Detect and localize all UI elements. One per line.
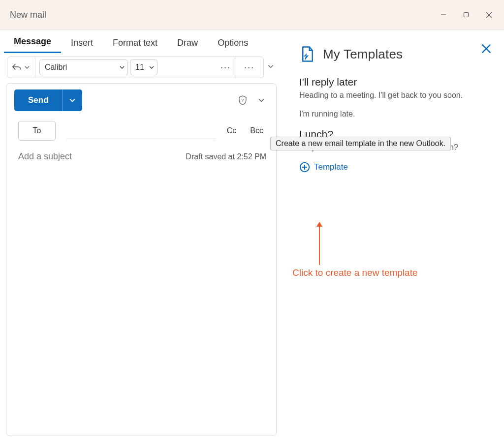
send-row: Send ? (6, 84, 276, 119)
font-family-select[interactable]: Calibri (39, 59, 128, 75)
templates-icon (299, 46, 316, 62)
templates-panel: My Templates I'll reply later Heading to… (283, 30, 504, 442)
send-button[interactable]: Send (14, 89, 63, 111)
tab-insert[interactable]: Insert (61, 33, 103, 53)
tab-message[interactable]: Message (4, 31, 61, 53)
ribbon-more-1[interactable]: ··· (220, 62, 231, 73)
to-input[interactable] (66, 122, 216, 139)
undo-icon (11, 62, 22, 73)
font-family-value: Calibri (45, 63, 67, 72)
ribbon-tabs: Message Insert Format text Draw Options (0, 30, 283, 54)
svg-text:?: ? (241, 98, 244, 103)
chevron-down-icon (258, 97, 264, 103)
tab-options[interactable]: Options (208, 33, 258, 53)
ribbon-toolbar: Calibri 11 ··· ··· (7, 57, 264, 78)
panel-close-button[interactable] (481, 44, 491, 55)
to-button[interactable]: To (18, 121, 56, 141)
panel-title: My Templates (323, 47, 403, 62)
maximize-button[interactable] (455, 3, 477, 26)
tab-format[interactable]: Format text (103, 33, 167, 53)
window-controls (432, 3, 500, 26)
ribbon-collapse[interactable] (264, 63, 278, 71)
undo-caret[interactable] (23, 65, 31, 70)
font-size-select[interactable]: 11 (130, 59, 158, 75)
chevron-down-icon (268, 63, 274, 69)
ribbon-toolbar-row: Calibri 11 ··· ··· (0, 54, 283, 83)
annotation-text: Click to create a new template (292, 267, 418, 278)
sensitivity-button[interactable]: ? (236, 95, 250, 105)
compose-more[interactable] (254, 97, 268, 103)
to-row: To Cc Bcc (6, 119, 276, 147)
draft-status: Draft saved at 2:52 PM (186, 152, 266, 161)
tab-draw[interactable]: Draw (167, 33, 208, 53)
send-split-button[interactable] (63, 89, 82, 111)
ribbon-more-segment: ··· (235, 57, 263, 78)
bcc-button[interactable]: Bcc (247, 124, 266, 137)
message-body[interactable] (6, 169, 276, 436)
chevron-down-icon (120, 65, 125, 70)
ribbon-more-2[interactable]: ··· (244, 62, 254, 73)
template-item[interactable]: I'll reply later Heading to a meeting. I… (299, 76, 494, 100)
template-title: I'll reply later (299, 76, 494, 88)
font-segment: Calibri 11 ··· (35, 57, 235, 78)
template-item[interactable]: I'm running late. (299, 110, 494, 118)
undo-segment (7, 57, 35, 78)
subject-input[interactable]: Add a subject (18, 151, 72, 162)
chevron-down-icon (149, 65, 154, 70)
compose-card: Send ? To Cc Bcc Ad (6, 83, 277, 436)
chevron-down-icon (69, 97, 75, 103)
window-title: New mail (10, 10, 46, 20)
app-body: Message Insert Format text Draw Options (0, 29, 504, 442)
add-template-button[interactable]: Template (299, 162, 494, 173)
add-template-label: Template (314, 162, 348, 172)
close-icon (481, 44, 491, 54)
undo-button[interactable] (11, 62, 22, 73)
cc-button[interactable]: Cc (224, 124, 240, 137)
compose-area: Message Insert Format text Draw Options (0, 30, 283, 442)
template-body: Heading to a meeting. I'll get back to y… (299, 91, 494, 100)
font-size-value: 11 (135, 63, 144, 72)
minimize-button[interactable] (432, 3, 455, 26)
panel-header: My Templates (299, 46, 494, 62)
annotation-arrow (319, 226, 320, 265)
subject-row: Add a subject Draft saved at 2:52 PM (6, 147, 276, 169)
chevron-down-icon (25, 65, 30, 70)
shield-icon: ? (238, 95, 247, 105)
titlebar: New mail (0, 0, 504, 29)
template-body: I'm running late. (299, 110, 494, 118)
svg-rect-1 (464, 13, 469, 17)
close-button[interactable] (477, 3, 500, 26)
send-group: Send (14, 89, 82, 111)
plus-circle-icon (299, 162, 310, 173)
tooltip: Create a new email template in the new O… (270, 137, 451, 150)
